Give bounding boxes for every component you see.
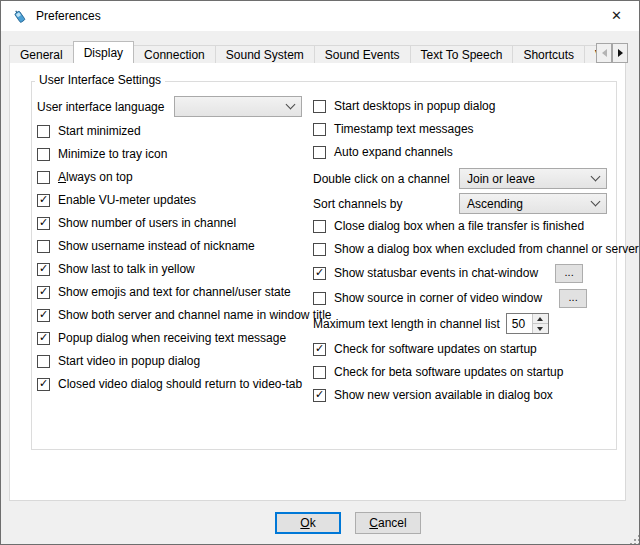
check-mark: ✓: [39, 193, 48, 206]
checkbox-row: ✓ Show number of users in channel: [37, 213, 236, 233]
check-mark: ✓: [39, 262, 48, 275]
max-text-length-row: Maximum text length in channel list 50: [313, 313, 549, 334]
checkbox-label[interactable]: Show statusbar events in chat-window: [334, 266, 538, 280]
tab-scroll-right-button[interactable]: [612, 43, 628, 63]
checkbox-check-updates[interactable]: ✓: [313, 343, 326, 356]
checkbox-row: ✓ Show both server and channel name in w…: [37, 305, 332, 325]
checkbox-new-version-dialog[interactable]: ✓: [313, 389, 326, 402]
tab-sound-events[interactable]: Sound Events: [314, 45, 411, 63]
checkbox-start-minimized[interactable]: [37, 125, 50, 138]
checkbox-popup-text-message[interactable]: ✓: [37, 332, 50, 345]
checkbox-always-on-top[interactable]: [37, 171, 50, 184]
max-text-length-spinbox[interactable]: 50: [506, 313, 549, 334]
checkbox-label[interactable]: Check for software updates on startup: [334, 342, 537, 356]
mnemonic: C: [369, 516, 378, 530]
preferences-dialog: Preferences ✕ General Display Connection…: [0, 0, 640, 545]
tab-text-to-speech[interactable]: Text To Speech: [410, 45, 514, 63]
check-mark: ✓: [39, 308, 48, 321]
checkbox-last-to-talk[interactable]: ✓: [37, 263, 50, 276]
tab-label: Text To Speech: [421, 48, 503, 62]
checkbox-label[interactable]: Show number of users in channel: [58, 216, 236, 230]
tab-display[interactable]: Display: [73, 41, 134, 63]
tab-shortcuts[interactable]: Shortcuts: [512, 45, 585, 63]
checkbox-label[interactable]: Auto expand channels: [334, 145, 453, 159]
checkbox-video-popup[interactable]: [37, 355, 50, 368]
video-source-browse-button[interactable]: ...: [559, 289, 587, 308]
resize-grip[interactable]: [630, 535, 632, 537]
label-rest: k: [310, 516, 316, 530]
double-click-combobox[interactable]: Join or leave: [459, 168, 607, 189]
checkbox-label[interactable]: Check for beta software updates on start…: [334, 365, 563, 379]
spin-down-button[interactable]: [533, 324, 548, 333]
check-mark: ✓: [39, 216, 48, 229]
check-mark: ✓: [39, 377, 48, 390]
checkbox-label[interactable]: Timestamp text messages: [334, 122, 474, 136]
checkbox-minimize-to-tray[interactable]: [37, 148, 50, 161]
checkbox-label[interactable]: Enable VU-meter updates: [58, 193, 196, 207]
checkbox-timestamp[interactable]: [313, 123, 326, 136]
checkbox-show-username[interactable]: [37, 240, 50, 253]
ellipsis-label: ...: [569, 293, 578, 302]
language-combobox[interactable]: [174, 96, 302, 117]
tab-sound-system[interactable]: Sound System: [215, 45, 315, 63]
tab-label: Sound System: [226, 48, 304, 62]
mnemonic: A: [58, 170, 66, 184]
combo-value: Ascending: [467, 197, 592, 211]
label-rest: lways on top: [66, 170, 133, 184]
checkbox-label[interactable]: Minimize to tray icon: [58, 147, 167, 161]
spin-value[interactable]: 50: [507, 314, 532, 333]
checkbox-label[interactable]: Show new version available in dialog box: [334, 388, 553, 402]
tab-label: General: [20, 48, 63, 62]
arrow-up-icon: [537, 317, 543, 321]
checkbox-label[interactable]: Always on top: [58, 170, 133, 184]
cancel-button[interactable]: Cancel: [355, 512, 421, 534]
check-mark: ✓: [39, 285, 48, 298]
tab-label: Sound Events: [325, 48, 400, 62]
label-text: Double click on a channel: [313, 172, 450, 186]
checkbox-label[interactable]: Popup dialog when receiving text message: [58, 331, 286, 345]
check-mark: ✓: [315, 388, 324, 401]
checkbox-label[interactable]: Start video in popup dialog: [58, 354, 200, 368]
tab-connection[interactable]: Connection: [133, 45, 216, 63]
checkbox-video-source-corner[interactable]: [313, 292, 326, 305]
checkbox-close-on-transfer[interactable]: [313, 220, 326, 233]
ok-button[interactable]: Ok: [275, 512, 341, 534]
checkbox-row: Minimize to tray icon: [37, 144, 167, 164]
checkbox-label[interactable]: Show username instead of nickname: [58, 239, 255, 253]
sort-channels-combobox[interactable]: Ascending: [459, 193, 607, 214]
close-button[interactable]: ✕: [594, 1, 639, 30]
checkbox-show-user-count[interactable]: ✓: [37, 217, 50, 230]
checkbox-label[interactable]: Start minimized: [58, 124, 141, 138]
spin-up-button[interactable]: [533, 314, 548, 324]
checkbox-label[interactable]: Show last to talk in yellow: [58, 262, 195, 276]
arrow-down-icon: [537, 327, 543, 331]
checkbox-check-beta-updates[interactable]: [313, 366, 326, 379]
checkbox-label[interactable]: Show a dialog box when excluded from cha…: [334, 242, 639, 256]
label-text: Sort channels by: [313, 197, 402, 211]
checkbox-label[interactable]: Show emojis and text for channel/user st…: [58, 285, 291, 299]
checkbox-label[interactable]: Start desktops in popup dialog: [334, 99, 495, 113]
tab-label: Display: [84, 46, 123, 60]
checkbox-video-return-tab[interactable]: ✓: [37, 378, 50, 391]
checkbox-label[interactable]: Show both server and channel name in win…: [58, 308, 332, 322]
tab-scroll-left-button[interactable]: [596, 43, 612, 63]
checkbox-row: ✓ Show last to talk in yellow: [37, 259, 195, 279]
cancel-label: Cancel: [369, 516, 406, 530]
checkbox-excluded-dialog[interactable]: [313, 243, 326, 256]
checkbox-label[interactable]: Close dialog box when a file transfer is…: [334, 219, 584, 233]
statusbar-events-browse-button[interactable]: ...: [555, 264, 583, 283]
checkbox-auto-expand[interactable]: [313, 146, 326, 159]
tab-general[interactable]: General: [9, 45, 74, 63]
checkbox-emojis[interactable]: ✓: [37, 286, 50, 299]
checkbox-row: Show username instead of nickname: [37, 236, 255, 256]
checkbox-label[interactable]: Show source in corner of video window: [334, 291, 542, 305]
checkbox-vu-meter[interactable]: ✓: [37, 194, 50, 207]
checkbox-statusbar-events[interactable]: ✓: [313, 267, 326, 280]
checkbox-window-title[interactable]: ✓: [37, 309, 50, 322]
tab-label: Connection: [144, 48, 205, 62]
checkbox-label[interactable]: Closed video dialog should return to vid…: [58, 377, 302, 391]
checkbox-row: ✓ Popup dialog when receiving text messa…: [37, 328, 286, 348]
checkbox-row: Auto expand channels: [313, 142, 453, 162]
checkbox-desktops-popup[interactable]: [313, 100, 326, 113]
checkbox-row: Show a dialog box when excluded from cha…: [313, 239, 639, 259]
